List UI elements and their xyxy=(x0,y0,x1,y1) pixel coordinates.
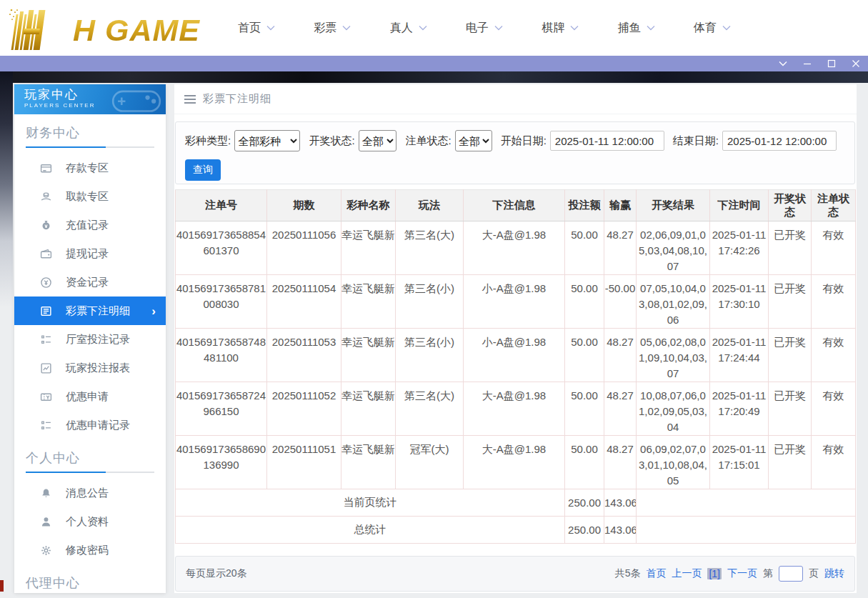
summary-empty-cell xyxy=(637,489,856,517)
total-count-text: 共5条 xyxy=(615,567,641,580)
sidebar-item-withdraw-zone[interactable]: 取款专区 xyxy=(14,182,166,211)
table-cell: 大-A盘@1.98 xyxy=(464,436,565,489)
table-cell: 冠军(大) xyxy=(396,436,464,489)
nav-item-sports[interactable]: 体育 xyxy=(694,21,731,36)
minimize-button[interactable] xyxy=(802,58,812,69)
sidebar-item-lottery-bet-details[interactable]: 彩票下注明细› xyxy=(14,296,166,325)
summary-win-loss: 143.06 xyxy=(604,517,637,544)
coin-icon xyxy=(40,276,52,289)
table-cell: 05,06,02,08,01,09,10,04,03,07 xyxy=(637,329,710,382)
column-header: 输赢 xyxy=(604,190,637,221)
start-date-label: 开始日期: xyxy=(501,134,547,148)
summary-empty-cell xyxy=(637,517,856,544)
draw-status-select[interactable]: 全部 xyxy=(359,130,397,151)
sidebar-item-label: 优惠申请记录 xyxy=(66,419,130,432)
nav-item-live[interactable]: 真人 xyxy=(390,21,427,36)
current-page-indicator[interactable]: [1] xyxy=(707,568,722,579)
end-date-label: 结束日期: xyxy=(673,134,719,148)
table-cell: 第三名(大) xyxy=(396,221,464,275)
table-row: 40156917365885460137020250111056幸运飞艇新第三名… xyxy=(176,221,856,275)
nav-item-label: 捕鱼 xyxy=(618,21,641,36)
section-title-agent-center: 代理中心 xyxy=(26,574,154,592)
backdrop-banner xyxy=(0,71,868,83)
pagination-bar: 每页显示20条 共5条 首页 上一页 [1] 下一页 第 页 跳转 xyxy=(175,556,855,592)
app-window: H GAME 首页彩票真人电子棋牌捕鱼体育 玩家中心 PLAYERS CENTE… xyxy=(0,0,868,598)
nav-item-fishing[interactable]: 捕鱼 xyxy=(618,21,655,36)
sidebar-item-label: 个人资料 xyxy=(66,515,109,529)
page-jump-input[interactable] xyxy=(779,566,803,582)
search-button[interactable]: 查询 xyxy=(185,159,221,181)
sidebar-item-profile[interactable]: 个人资料 xyxy=(14,507,166,536)
logo-text: H GAME xyxy=(73,10,200,50)
table-row: 40156917365874848110020250111053幸运飞艇新第三名… xyxy=(176,329,856,382)
nav-item-lottery[interactable]: 彩票 xyxy=(314,21,351,36)
sidebar-item-label: 厅室投注记录 xyxy=(66,333,130,347)
table-row: 40156917365878100803020250111054幸运飞艇新第三名… xyxy=(176,275,856,329)
nav-item-slots[interactable]: 电子 xyxy=(466,21,503,36)
nav-item-label: 彩票 xyxy=(314,21,336,36)
nav-item-label: 首页 xyxy=(238,21,261,36)
main-content: 彩票下注明细 彩种类型: 全部彩种 开奖状态: 全部 注单状态: 全部 开始日期… xyxy=(174,84,857,593)
table-cell: 48.27 xyxy=(604,382,637,436)
table-cell: 已开奖 xyxy=(769,436,812,489)
sidebar-sections: 财务中心存款专区取款专区充值记录提现记录资金记录彩票下注明细›厅室投注记录玩家投… xyxy=(14,124,166,593)
sidebar-item-promo-apply[interactable]: 优惠申请 xyxy=(14,382,166,411)
nav-item-chess[interactable]: 棋牌 xyxy=(542,21,579,36)
sidebar-item-room-bet-records[interactable]: 厅室投注记录 xyxy=(14,325,166,354)
sidebar-item-recharge-records[interactable]: 充值记录 xyxy=(14,211,166,239)
lottery-type-select[interactable]: 全部彩种 xyxy=(234,130,300,151)
jump-button[interactable]: 跳转 xyxy=(824,567,844,580)
maximize-icon xyxy=(827,59,836,68)
table-cell: 06,09,02,07,03,01,10,08,04,05 xyxy=(637,436,710,489)
order-status-label: 注单状态: xyxy=(405,134,451,148)
table-row: 40156917365872496615020250111052幸运飞艇新第三名… xyxy=(176,382,856,436)
backdrop-red-mark xyxy=(0,580,4,592)
list-check-icon xyxy=(40,334,52,346)
column-header: 开奖结果 xyxy=(637,190,710,221)
sidebar-item-player-bet-report[interactable]: 玩家投注报表 xyxy=(14,354,166,382)
sidebar-item-deposit-zone[interactable]: 存款专区 xyxy=(14,154,166,182)
window-menu-button[interactable] xyxy=(778,58,788,69)
close-button[interactable] xyxy=(851,58,861,69)
table-cell: 已开奖 xyxy=(769,382,812,436)
table-cell: 2025-01-11 17:30:10 xyxy=(710,275,769,329)
end-date-input[interactable] xyxy=(722,131,837,151)
sidebar-item-label: 彩票下注明细 xyxy=(66,304,130,318)
hamburger-icon[interactable] xyxy=(184,95,196,104)
first-page-link[interactable]: 首页 xyxy=(646,567,666,580)
table-cell: 50.00 xyxy=(565,275,604,329)
sidebar-item-funds-records[interactable]: 资金记录 xyxy=(14,268,166,296)
section-items-personal-center: 消息公告个人资料修改密码 xyxy=(14,479,166,564)
nav-item-home[interactable]: 首页 xyxy=(238,21,275,36)
table-cell: 大-A盘@1.98 xyxy=(464,382,565,436)
filter-panel: 彩种类型: 全部彩种 开奖状态: 全部 注单状态: 全部 开始日期: 结束日期:… xyxy=(175,121,855,184)
table-cell: 2025-01-11 17:24:44 xyxy=(710,329,769,382)
order-status-select[interactable]: 全部 xyxy=(455,130,492,151)
next-page-link[interactable]: 下一页 xyxy=(727,567,757,580)
table-cell: 已开奖 xyxy=(769,275,812,329)
sidebar-item-change-password[interactable]: 修改密码 xyxy=(14,536,166,564)
table-cell: 第三名(大) xyxy=(396,382,464,436)
table-cell: 20250111054 xyxy=(267,275,341,329)
table-cell: 幸运飞艇新 xyxy=(341,221,396,275)
table-cell: 20250111051 xyxy=(267,436,341,489)
logo[interactable]: H GAME xyxy=(7,6,200,50)
sidebar-item-label: 提现记录 xyxy=(66,247,109,261)
money-bag-icon xyxy=(40,219,52,231)
sidebar-item-notices[interactable]: 消息公告 xyxy=(14,479,166,507)
start-date-input[interactable] xyxy=(550,131,664,151)
chevron-down-icon xyxy=(494,25,503,31)
sidebar-item-promo-apply-records[interactable]: 优惠申请记录 xyxy=(14,411,166,439)
table-cell: 第三名(小) xyxy=(396,275,464,329)
prev-page-link[interactable]: 上一页 xyxy=(672,567,702,580)
table-cell: 401569173658854601370 xyxy=(176,221,267,275)
column-header: 开奖状态 xyxy=(769,190,812,221)
table-cell: 50.00 xyxy=(565,382,604,436)
summary-bet-total: 250.00 xyxy=(565,517,604,544)
summary-row: 总统计250.00143.06 xyxy=(176,517,856,544)
sidebar-item-withdrawal-records[interactable]: 提现记录 xyxy=(14,239,166,268)
table-cell: 已开奖 xyxy=(769,221,812,275)
maximize-button[interactable] xyxy=(827,58,837,69)
table-cell: 已开奖 xyxy=(769,329,812,382)
sidebar-item-label: 充值记录 xyxy=(66,219,109,232)
